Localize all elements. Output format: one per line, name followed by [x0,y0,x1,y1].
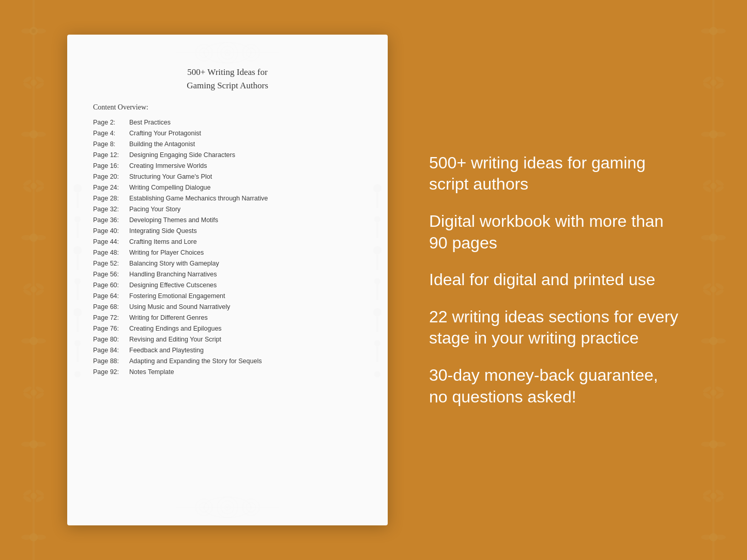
toc-title: Fostering Emotional Engagement [129,292,225,300]
svg-point-99 [203,51,205,54]
toc-title: Developing Themes and Motifs [129,216,218,224]
svg-point-107 [74,278,81,285]
svg-point-116 [374,216,380,223]
document-title-line1: 500+ Writing Ideas for [187,67,267,77]
svg-rect-117 [376,223,378,238]
document-card: 500+ Writing Ideas for Gaming Script Aut… [67,35,388,525]
svg-rect-123 [376,317,378,332]
table-row: Page 44:Crafting Items and Lore [93,236,362,247]
feature-item-3: 22 writing ideas sections for every stag… [429,306,680,349]
document-title-line2: Gaming Script Authors [187,81,268,90]
card-watermark-bottom [176,494,279,520]
table-row: Page 16:Creating Immersive Worlds [93,160,362,171]
feature-item-4: 30-day money-back guarantee, no question… [429,365,680,408]
table-row: Page 68:Using Music and Sound Narrativel… [93,301,362,312]
toc-page-number: Page 32: [93,206,129,213]
toc-page-number: Page 72: [93,314,129,321]
svg-point-137 [203,506,205,508]
table-row: Page 76:Creating Endings and Epilogues [93,323,362,334]
table-row: Page 4:Crafting Your Protagonist [93,128,362,138]
toc-page-number: Page 4: [93,130,129,137]
table-row: Page 48:Writing for Player Choices [93,247,362,258]
toc-page-number: Page 20: [93,173,129,180]
svg-point-98 [226,51,228,54]
svg-point-120 [374,278,380,285]
feature-text: 22 writing ideas sections for every stag… [429,306,680,349]
svg-point-100 [250,51,252,54]
svg-rect-108 [77,285,79,300]
table-row: Page 40:Integrating Side Quests [93,225,362,236]
toc-title: Best Practices [129,119,171,126]
svg-rect-102 [77,193,79,208]
feature-item-1: Digital workbook with more than 90 pages [429,211,680,254]
content-overview-label: Content Overview: [93,103,362,112]
svg-point-105 [73,246,82,255]
svg-rect-125 [376,347,378,362]
toc-title: Designing Effective Cutscenes [129,282,217,289]
toc-page-number: Page 60: [93,282,129,289]
features-panel: 500+ writing ideas for gaming script aut… [419,152,680,408]
table-row: Page 80:Revising and Editing Your Script [93,334,362,345]
table-row: Page 72:Writing for Different Genres [93,312,362,323]
toc-title: Pacing Your Story [129,206,180,213]
svg-point-138 [250,506,252,508]
toc-page-number: Page 12: [93,151,129,159]
svg-point-111 [74,340,81,347]
svg-rect-104 [77,223,79,238]
feature-text: Ideal for digital and printed use [429,269,680,291]
table-row: Page 32:Pacing Your Story [93,204,362,214]
svg-point-124 [374,340,380,347]
table-of-contents: Page 2:Best PracticesPage 4:Crafting You… [93,117,362,377]
toc-page-number: Page 84: [93,347,129,354]
svg-point-122 [373,308,382,317]
table-row: Page 20:Structuring Your Game's Plot [93,171,362,182]
toc-title: Creating Immersive Worlds [129,162,207,169]
svg-point-114 [373,184,382,193]
svg-rect-115 [376,193,378,208]
main-content: 500+ Writing Ideas for Gaming Script Aut… [0,0,747,560]
table-row: Page 12:Designing Engaging Side Characte… [93,149,362,160]
svg-point-109 [73,308,82,317]
toc-title: Structuring Your Game's Plot [129,173,212,180]
toc-title: Balancing Story with Gameplay [129,260,219,267]
table-row: Page 56:Handling Branching Narratives [93,269,362,279]
toc-title: Designing Engaging Side Characters [129,151,235,159]
toc-title: Establishing Game Mechanics through Narr… [129,195,268,202]
toc-title: Feedback and Playtesting [129,347,204,354]
toc-title: Integrating Side Quests [129,227,197,235]
toc-title: Creating Endings and Epilogues [129,325,222,332]
document-title: 500+ Writing Ideas for Gaming Script Aut… [93,66,362,92]
svg-point-101 [73,184,82,193]
card-side-decoration-left [70,173,85,387]
svg-point-118 [373,246,382,255]
table-row: Page 64:Fostering Emotional Engagement [93,290,362,301]
toc-page-number: Page 56: [93,271,129,278]
toc-title: Writing Compelling Dialogue [129,184,210,191]
toc-title: Handling Branching Narratives [129,271,217,278]
table-row: Page 60:Designing Effective Cutscenes [93,279,362,290]
toc-title: Notes Template [129,368,174,376]
toc-page-number: Page 36: [93,216,129,224]
card-side-decoration-right [370,173,385,387]
toc-page-number: Page 80: [93,336,129,343]
feature-text: 500+ writing ideas for gaming script aut… [429,152,680,195]
table-row: Page 88:Adapting and Expanding the Story… [93,355,362,366]
toc-page-number: Page 52: [93,260,129,267]
toc-title: Crafting Items and Lore [129,238,197,245]
toc-title: Adapting and Expanding the Story for Seq… [129,357,262,365]
table-row: Page 2:Best Practices [93,117,362,128]
svg-rect-119 [376,255,378,270]
toc-page-number: Page 48: [93,249,129,256]
toc-title: Writing for Player Choices [129,249,204,256]
svg-point-136 [226,506,228,508]
table-row: Page 8:Building the Antagonist [93,138,362,149]
table-row: Page 52:Balancing Story with Gameplay [93,258,362,269]
toc-page-number: Page 2: [93,119,129,126]
toc-page-number: Page 8: [93,141,129,148]
card-watermark-top [176,40,279,66]
feature-text: Digital workbook with more than 90 pages [429,211,680,254]
toc-page-number: Page 44: [93,238,129,245]
toc-title: Writing for Different Genres [129,314,208,321]
toc-title: Revising and Editing Your Script [129,336,221,343]
toc-page-number: Page 40: [93,227,129,235]
